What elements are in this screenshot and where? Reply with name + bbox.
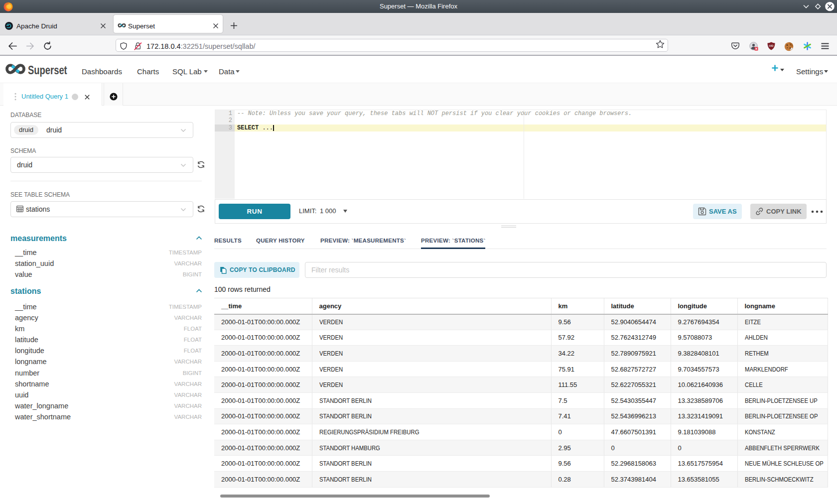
svg-text:UO: UO: [769, 44, 774, 47]
